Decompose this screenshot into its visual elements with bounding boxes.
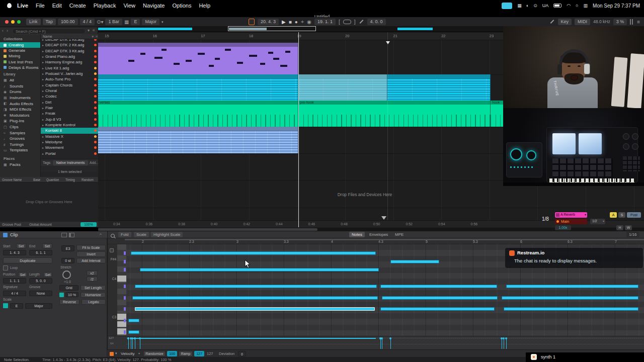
menu-view[interactable]: View (123, 3, 135, 9)
midi-note[interactable] (135, 285, 377, 288)
overview-viewport[interactable] (228, 26, 316, 31)
play-button[interactable]: ▶ (282, 19, 286, 25)
browser-item-auto-tune-pro[interactable]: ▸Auto-Tune Pro (41, 76, 99, 82)
groove-column-groove-name[interactable]: Groove Name (2, 178, 22, 182)
disclosure-arrow-icon[interactable]: ▸ (42, 106, 44, 110)
sort-icon[interactable]: ▾ (92, 35, 94, 39)
spotlight-search-icon[interactable]: ○ (576, 3, 578, 8)
loop-toggle[interactable] (343, 20, 351, 24)
menu-options[interactable]: Options (172, 3, 191, 9)
clip-length-field[interactable]: 5. 0. 0 (29, 278, 52, 284)
panel-collapse-icon[interactable]: ^ (100, 232, 102, 237)
disclosure-arrow-icon[interactable]: ▸ (42, 49, 44, 53)
ramp-from-field[interactable]: 127 (194, 351, 204, 356)
stretch-knob[interactable] (62, 270, 71, 279)
clip-color-chip[interactable] (110, 352, 114, 356)
midi-note[interactable] (380, 307, 495, 311)
keyboard-brightness-icon[interactable]: ⊙ (533, 3, 537, 8)
duplicate-button[interactable]: Duplicate (3, 257, 52, 263)
name-column-header[interactable]: Name (43, 35, 52, 38)
disclosure-arrow-icon[interactable]: ▸ (42, 152, 44, 155)
back-to-arrangement-button[interactable] (249, 19, 255, 25)
randomize-button[interactable]: Randomize (143, 351, 166, 356)
disclosure-arrow-icon[interactable]: ▸ (42, 95, 44, 98)
browser-item-movement[interactable]: ▸Movement (41, 145, 99, 150)
tap-tempo-button[interactable]: Tap (43, 19, 56, 25)
collections-header[interactable]: Collections (4, 37, 23, 41)
hamburger-menu-icon[interactable]: ≡ (637, 19, 640, 25)
menu-navigate[interactable]: Navigate (143, 3, 165, 9)
loop-toggle-box[interactable] (3, 265, 8, 270)
midi-note[interactable] (380, 285, 497, 288)
velocity-stem[interactable] (504, 338, 504, 349)
groove-column-timing[interactable]: Timing (65, 178, 75, 182)
clip-scale-name-menu[interactable]: Major (25, 303, 52, 309)
places-item-packs[interactable]: ▦Packs (0, 162, 40, 168)
browser-item-harmony-engine-adg[interactable]: ▸Harmony Engine.adg (41, 59, 99, 65)
velocity-dot[interactable] (127, 337, 129, 339)
ramp-to-value[interactable]: 127 (207, 351, 213, 356)
tab-mpe[interactable]: MPE (392, 232, 406, 237)
double-time-button[interactable]: x2 (87, 270, 98, 276)
groove-column-base[interactable]: Base (33, 178, 40, 182)
velocity-dot[interactable] (379, 337, 381, 339)
library-item-audio-effects[interactable]: ◧Audio Effects (0, 101, 40, 107)
browser-item-flair[interactable]: ▸Flair (41, 105, 99, 111)
midi-note[interactable] (128, 330, 139, 334)
disclosure-arrow-icon[interactable]: ▸ (42, 72, 44, 75)
clip-title-bar[interactable] (98, 74, 298, 78)
disclosure-arrow-icon[interactable]: ▸ (42, 140, 44, 144)
library-item-modulators[interactable]: ◈Modulators (0, 113, 40, 119)
interval-field[interactable]: 0 st (61, 258, 74, 263)
collection-delays-rooms[interactable]: Delays & Rooms (0, 65, 40, 70)
browser-item-freak[interactable]: ▸Freak (41, 111, 99, 116)
draw-mode-toggle[interactable] (359, 19, 364, 25)
disclosure-arrow-icon[interactable]: ▸ (42, 43, 44, 47)
collection-creating[interactable]: Creating (0, 42, 40, 48)
highlight-scale-button[interactable]: Highlight Scale (151, 232, 183, 237)
clip-title-bar[interactable]: verses (98, 101, 298, 105)
humanize-button[interactable]: Humanize (80, 292, 106, 298)
key-map-button[interactable]: Key (558, 19, 572, 25)
add-interval-button[interactable]: Add Interval (76, 258, 106, 263)
window-zoom-button[interactable] (17, 20, 21, 24)
velocity-stem[interactable] (131, 338, 131, 349)
menu-help[interactable]: Help (199, 3, 210, 9)
screen-mirroring-icon[interactable]: ▦ (517, 3, 522, 8)
groove-drop-area[interactable]: Drop Clips or Grooves Here (0, 183, 98, 222)
library-item-midi-effects[interactable]: ◨MIDI Effects (0, 107, 40, 113)
menu-file[interactable]: File (36, 3, 45, 9)
scale-root-menu[interactable]: E (131, 19, 140, 25)
velocity-stem[interactable] (390, 338, 391, 349)
library-item-instruments[interactable]: ▤Instruments (0, 95, 40, 101)
groove-field[interactable]: None (29, 291, 52, 296)
scrollbar-thumb[interactable] (98, 228, 317, 231)
global-amount-value[interactable]: 100% (80, 222, 97, 227)
velocity-stem[interactable] (132, 338, 133, 349)
set-length-button[interactable]: Set Length (80, 285, 106, 291)
velocity-stem[interactable] (382, 338, 382, 349)
disclosure-arrow-icon[interactable]: ▸ (42, 118, 44, 121)
position-set-button[interactable]: Set (18, 272, 27, 277)
browser-item-dirt[interactable]: ▸Dirt (41, 100, 99, 105)
midi-note[interactable] (504, 307, 638, 311)
grid-chooser[interactable]: Grid (59, 285, 78, 291)
white-key[interactable] (117, 276, 126, 282)
h-zoom-button[interactable]: H (616, 225, 623, 230)
scale-awareness-icon[interactable]: ▦ (124, 19, 129, 25)
disclosure-arrow-icon[interactable]: ▸ (42, 101, 44, 104)
fit-to-scale-button[interactable]: Fit to Scale (76, 245, 106, 250)
collection-mixing[interactable]: Mixing (0, 53, 40, 59)
library-item-samples[interactable]: ≈Samples (0, 130, 40, 136)
browser-item-live-kit-1-adg[interactable]: ▸Live Kit 1.adg (41, 65, 99, 71)
midi-note[interactable] (128, 319, 139, 322)
loop-end-marker[interactable] (381, 216, 386, 220)
midi-note[interactable] (140, 268, 379, 272)
editor-beat-ruler[interactable]: 22.333.344.355.366.37 (108, 238, 644, 244)
link-toggle[interactable]: Link (26, 19, 41, 25)
humanize-amount-field[interactable]: 10 % (65, 292, 78, 297)
groove-column-quantize[interactable]: Quantize (46, 178, 59, 182)
cpu-meter[interactable]: 3 % (613, 19, 627, 25)
library-item-clips[interactable]: ▢Clips (0, 124, 40, 130)
midi-note[interactable] (382, 296, 498, 300)
